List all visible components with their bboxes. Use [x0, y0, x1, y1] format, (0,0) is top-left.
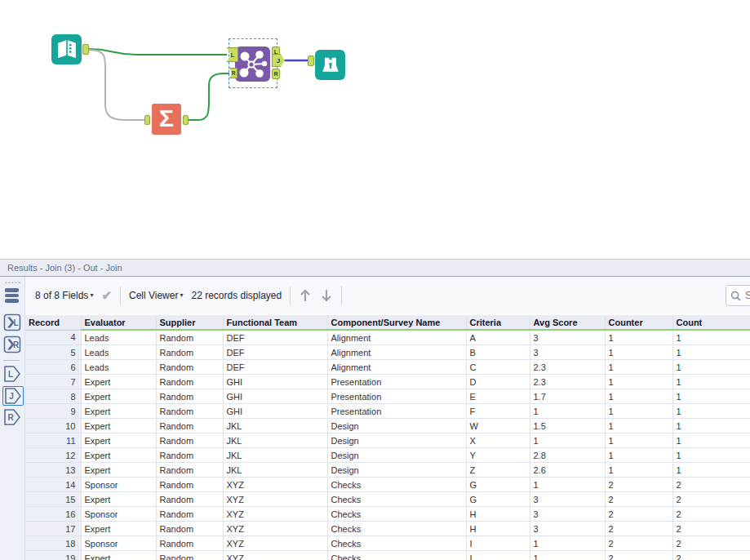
- table-row[interactable]: 18SponsorRandomXYZChecksI122: [25, 536, 750, 551]
- sidebar-output-anchor-r[interactable]: R: [2, 408, 22, 426]
- data-cell[interactable]: Presentation: [327, 404, 466, 419]
- record-number-cell[interactable]: 15: [25, 492, 81, 507]
- table-row[interactable]: 4LeadsRandomDEFAlignmentA311: [25, 330, 750, 345]
- record-number-cell[interactable]: 6: [25, 360, 81, 375]
- column-header[interactable]: Counter: [605, 315, 672, 330]
- table-row[interactable]: 17ExpertRandomXYZChecksH322: [25, 522, 750, 536]
- record-number-cell[interactable]: 8: [25, 389, 81, 404]
- data-cell[interactable]: 1: [672, 375, 750, 389]
- input-data-tool[interactable]: [51, 34, 82, 64]
- data-cell[interactable]: DEF: [223, 330, 327, 345]
- column-header[interactable]: Avg Score: [530, 315, 605, 330]
- data-cell[interactable]: G: [466, 478, 530, 492]
- connection-input-to-summarize[interactable]: [89, 50, 144, 120]
- table-row[interactable]: 12ExpertRandomJKLDesignY2.811: [25, 448, 750, 463]
- column-header[interactable]: Record: [25, 315, 81, 330]
- data-cell[interactable]: Design: [327, 448, 466, 463]
- data-cell[interactable]: JKL: [223, 419, 327, 433]
- data-cell[interactable]: XYZ: [223, 522, 327, 536]
- table-row[interactable]: 11ExpertRandomJKLDesignX111: [25, 433, 750, 448]
- data-cell[interactable]: Random: [156, 404, 223, 419]
- data-cell[interactable]: Random: [156, 360, 223, 375]
- data-cell[interactable]: Expert: [81, 522, 156, 536]
- column-header[interactable]: Evaluator: [81, 315, 156, 330]
- data-cell[interactable]: 1: [605, 360, 672, 375]
- data-cell[interactable]: DEF: [223, 345, 327, 360]
- data-cell[interactable]: 1: [672, 404, 750, 419]
- data-cell[interactable]: Expert: [81, 375, 156, 389]
- data-cell[interactable]: Checks: [327, 551, 466, 560]
- data-cell[interactable]: 1: [530, 478, 605, 492]
- sidebar-output-anchor-j[interactable]: J: [2, 386, 24, 406]
- data-cell[interactable]: Random: [156, 433, 223, 448]
- record-number-cell[interactable]: 4: [25, 330, 81, 345]
- data-cell[interactable]: Sponsor: [81, 536, 156, 551]
- data-cell[interactable]: 2: [605, 551, 672, 560]
- data-cell[interactable]: 1.5: [530, 419, 605, 433]
- data-cell[interactable]: Design: [327, 419, 466, 433]
- data-cell[interactable]: XYZ: [223, 478, 327, 492]
- data-cell[interactable]: 2: [605, 478, 672, 492]
- table-row[interactable]: 15ExpertRandomXYZChecksG322: [25, 492, 750, 507]
- data-cell[interactable]: 2: [605, 507, 672, 522]
- data-cell[interactable]: Random: [156, 330, 223, 345]
- data-cell[interactable]: Random: [156, 389, 223, 404]
- data-cell[interactable]: D: [466, 375, 530, 389]
- data-cell[interactable]: 1: [605, 463, 672, 478]
- table-row[interactable]: 5LeadsRandomDEFAlignmentB311: [25, 345, 750, 360]
- data-cell[interactable]: JKL: [223, 433, 327, 448]
- data-cell[interactable]: 1: [530, 404, 605, 419]
- data-cell[interactable]: 3: [530, 507, 605, 522]
- search-box[interactable]: [726, 285, 750, 306]
- data-cell[interactable]: 2: [605, 536, 672, 551]
- record-number-cell[interactable]: 14: [25, 478, 81, 492]
- data-cell[interactable]: 2: [672, 536, 750, 551]
- data-cell[interactable]: 2: [672, 492, 750, 507]
- data-cell[interactable]: 2: [672, 507, 750, 522]
- input-data-output-anchor[interactable]: [82, 44, 89, 55]
- layout-toggle-icon[interactable]: [5, 288, 19, 303]
- column-header[interactable]: Count: [672, 315, 750, 330]
- summarize-input-anchor[interactable]: [144, 115, 150, 125]
- data-cell[interactable]: JKL: [223, 448, 327, 463]
- data-cell[interactable]: X: [466, 433, 530, 448]
- data-cell[interactable]: I: [466, 536, 530, 551]
- data-cell[interactable]: Leads: [81, 360, 156, 375]
- data-cell[interactable]: 2.8: [530, 448, 605, 463]
- connection-input-to-join-l[interactable]: [89, 49, 227, 55]
- data-cell[interactable]: 1: [672, 345, 750, 360]
- table-row[interactable]: 13ExpertRandomJKLDesignZ2.611: [25, 463, 750, 478]
- join-output-anchor-j[interactable]: J: [272, 54, 285, 67]
- data-cell[interactable]: W: [466, 419, 530, 433]
- browse-input-anchor[interactable]: [308, 56, 314, 66]
- data-cell[interactable]: 1: [605, 389, 672, 404]
- data-cell[interactable]: Checks: [327, 522, 466, 536]
- data-cell[interactable]: 2.3: [530, 360, 605, 375]
- summarize-tool[interactable]: Σ: [152, 104, 181, 135]
- search-input[interactable]: [743, 289, 750, 302]
- record-number-cell[interactable]: 9: [25, 404, 81, 419]
- data-cell[interactable]: Checks: [327, 536, 466, 551]
- record-number-cell[interactable]: 7: [25, 375, 81, 389]
- join-output-anchor-r[interactable]: R: [272, 69, 280, 79]
- workflow-canvas[interactable]: Σ L R L J R: [0, 0, 750, 259]
- data-cell[interactable]: Random: [156, 536, 223, 551]
- data-cell[interactable]: B: [466, 345, 530, 360]
- data-cell[interactable]: Design: [327, 433, 466, 448]
- data-cell[interactable]: Z: [466, 463, 530, 478]
- data-cell[interactable]: Random: [156, 522, 223, 536]
- data-cell[interactable]: 1: [672, 389, 750, 404]
- record-number-cell[interactable]: 10: [25, 419, 81, 433]
- table-row[interactable]: 7ExpertRandomGHIPresentationD2.311: [25, 375, 750, 389]
- data-cell[interactable]: 1: [605, 345, 672, 360]
- record-number-cell[interactable]: 16: [25, 507, 81, 522]
- data-cell[interactable]: Alignment: [327, 330, 466, 345]
- data-cell[interactable]: Random: [156, 463, 223, 478]
- cell-viewer-dropdown[interactable]: Cell Viewer ▾: [129, 290, 183, 301]
- drag-handle-icon[interactable]: •••••: [5, 280, 22, 285]
- record-number-cell[interactable]: 18: [25, 536, 81, 551]
- connection-summarize-to-join-r[interactable]: [189, 73, 229, 120]
- data-cell[interactable]: F: [466, 404, 530, 419]
- data-cell[interactable]: Expert: [81, 433, 156, 448]
- apply-check-icon[interactable]: ✔: [101, 288, 112, 303]
